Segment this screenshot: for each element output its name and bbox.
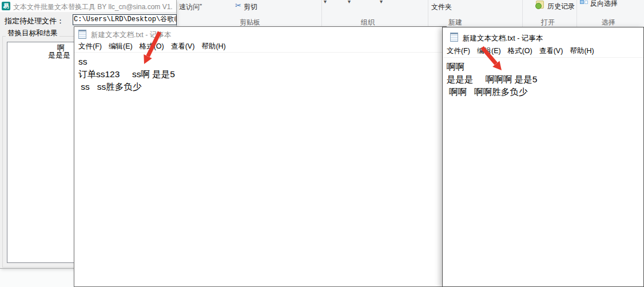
menu-file[interactable]: 文件(F) (447, 46, 470, 56)
notepad-window-2: 新建文本文档.txt - 记事本 文件(F) 编辑(E) 格式(O) 查看(V)… (442, 27, 644, 287)
ribbon-separator (577, 0, 577, 28)
menu-help[interactable]: 帮助(H) (201, 42, 225, 51)
ribbon-separator (321, 0, 322, 28)
menu-file[interactable]: 文件(F) (78, 42, 102, 51)
desktop: 速访问” ✂ 剪切 剪贴板 ▾ ▾ ▾ 组织 文件夹 新建 历史记录 打开 反向… (0, 0, 644, 287)
invert-selection-button[interactable]: 反向选择 (590, 0, 618, 9)
menu-format[interactable]: 格式(O) (508, 46, 532, 56)
replace-tool-titlebar: 易 文本文件批量文本替换工具 BY llc_cn@sina.com V1. (0, 0, 176, 12)
file-path-input[interactable]: C:\Users\LRD\Desktop\谷歌临时 (73, 14, 177, 25)
text-line: 订单ss123 ss啊 是是5 (78, 68, 446, 81)
text-line: ss (78, 55, 446, 68)
notepad1-titlebar: 新建文本文档.txt - 记事本 (74, 27, 446, 41)
text-line: 是是是 啊啊啊 是是5 (447, 73, 643, 86)
cut-button[interactable]: 剪切 (244, 2, 257, 12)
pin-to-quick-access-button[interactable]: 速访问” (179, 2, 202, 12)
new-folder-button[interactable]: 文件夹 (431, 2, 452, 12)
notepad-icon (450, 33, 458, 42)
ribbon-separator (428, 0, 428, 28)
replace-tool-app-icon: 易 (2, 2, 10, 10)
menu-help[interactable]: 帮助(H) (570, 46, 594, 56)
invert-selection-icon (580, 0, 589, 5)
notepad2-text-area[interactable]: 啊啊 是是是 啊啊啊 是是5 啊啊 啊啊胜多负少 (443, 58, 643, 98)
history-icon (536, 1, 544, 9)
replace-result-group-label: 替换目标和结果 (6, 29, 59, 38)
menu-view[interactable]: 查看(V) (171, 42, 195, 51)
history-button[interactable]: 历史记录 (547, 2, 575, 11)
notepad2-menubar: 文件(F) 编辑(E) 格式(O) 查看(V) 帮助(H) (443, 45, 643, 58)
notepad1-menubar: 文件(F) 编辑(E) 格式(O) 查看(V) 帮助(H) (74, 41, 446, 53)
menu-view[interactable]: 查看(V) (539, 46, 563, 56)
text-line: 啊啊 (447, 61, 643, 73)
dropdown-arrow-icon[interactable]: ▾ (380, 0, 383, 5)
menu-edit[interactable]: 编辑(E) (477, 46, 501, 56)
new-group-label: 新建 (448, 18, 462, 27)
cut-scissors-icon: ✂ (235, 1, 241, 10)
notepad2-titlebar: 新建文本文档.txt - 记事本 (443, 27, 643, 45)
text-line: 啊啊 啊啊胜多负少 (447, 86, 643, 98)
explorer-ribbon: 速访问” ✂ 剪切 剪贴板 ▾ ▾ ▾ 组织 文件夹 新建 历史记录 打开 反向… (169, 0, 644, 29)
dropdown-arrow-icon[interactable]: ▾ (348, 0, 351, 5)
menu-edit[interactable]: 编辑(E) (109, 42, 133, 51)
open-group-label: 打开 (541, 18, 555, 27)
notepad2-title: 新建文本文档.txt - 记事本 (463, 34, 543, 43)
list-item-fragment: 是是是 (48, 50, 70, 61)
menu-format[interactable]: 格式(O) (140, 42, 164, 51)
text-line: ss ss胜多负少 (78, 81, 446, 93)
notepad-icon (78, 30, 86, 39)
select-group-label: 选择 (602, 18, 615, 27)
target-file-label: 指定待处理文件： (5, 16, 64, 26)
notepad1-text-area[interactable]: ss 订单ss123 ss啊 是是5 ss ss胜多负少 (74, 53, 446, 93)
replace-tool-title: 文本文件批量文本替换工具 BY llc_cn@sina.com V1. (13, 2, 173, 12)
ribbon-separator (522, 0, 523, 28)
notepad-window-1: 新建文本文档.txt - 记事本 文件(F) 编辑(E) 格式(O) 查看(V)… (74, 26, 447, 287)
dropdown-arrow-icon[interactable]: ▾ (324, 0, 327, 5)
notepad1-title: 新建文本文档.txt - 记事本 (91, 30, 171, 40)
